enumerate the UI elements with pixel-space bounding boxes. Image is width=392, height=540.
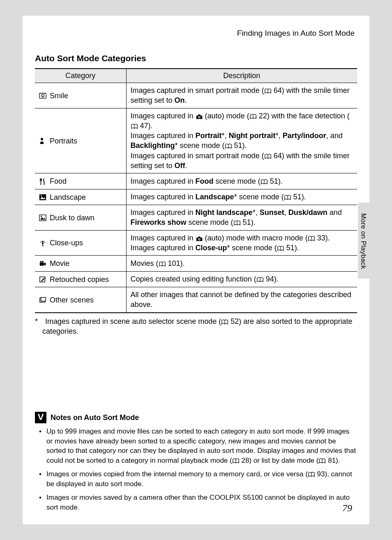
svg-point-1 [41, 94, 44, 97]
page-ref-icon [318, 458, 326, 464]
svg-rect-16 [39, 215, 46, 221]
camera-icon [196, 114, 203, 120]
svg-point-14 [41, 195, 42, 196]
page-ref-icon [277, 246, 284, 252]
page-ref-icon [284, 195, 291, 201]
retouch-icon [39, 276, 48, 283]
page-ref-icon [256, 277, 264, 283]
page-ref-icon [308, 472, 315, 478]
svg-point-2 [42, 95, 42, 95]
category-label: Dusk to dawn [50, 214, 95, 222]
table-row: Close-upsImages captured in (auto) mode … [35, 230, 357, 256]
description-cell: Images captured in (auto) mode ( 22) wit… [126, 108, 357, 173]
notes-title: Notes on Auto Sort Mode [51, 413, 139, 422]
svg-rect-30 [41, 298, 46, 301]
portrait-icon [39, 137, 48, 145]
section-title: Auto Sort Mode Categories [35, 53, 357, 63]
category-cell: Other scenes [35, 287, 126, 313]
description-cell: Images captured in Landscape* scene mode… [126, 189, 357, 205]
svg-point-7 [198, 116, 200, 118]
svg-point-5 [41, 138, 43, 141]
page-ref-icon [264, 154, 272, 159]
running-header: Finding Images in Auto Sort Mode [35, 29, 357, 38]
page-number: 79 [342, 503, 352, 514]
list-item: Images or movies saved by a camera other… [35, 493, 357, 512]
other-icon [39, 296, 48, 304]
page: Finding Images in Auto Sort Mode Auto So… [23, 16, 369, 524]
table-row: Other scenesAll other images that cannot… [35, 287, 357, 313]
description-cell: Images captured in Food scene mode ( 51)… [126, 173, 357, 189]
category-cell: Landscape [35, 189, 126, 205]
movie-icon [39, 260, 48, 268]
table-footnote: * Images captured in scene auto selector… [35, 316, 357, 337]
page-ref-icon [131, 124, 138, 129]
category-cell: Portraits [35, 108, 126, 173]
table-row: MovieMovies ( 101). [35, 256, 357, 271]
category-cell: Close-ups [35, 230, 126, 256]
page-ref-icon [308, 236, 315, 242]
svg-point-20 [198, 238, 200, 240]
closeup-icon [39, 240, 48, 247]
page-ref-icon [249, 114, 257, 120]
description-cell: All other images that cannot be defined … [126, 287, 357, 313]
categories-table: Category Description SmileImages capture… [35, 68, 357, 313]
page-ref-icon [264, 88, 272, 94]
svg-point-24 [40, 261, 42, 262]
landscape-icon [39, 194, 48, 201]
category-label: Retouched copies [50, 275, 109, 284]
page-ref-icon [261, 179, 268, 185]
category-cell: Movie [35, 256, 126, 271]
page-ref-icon [233, 220, 241, 226]
list-item: Up to 999 images and movie files can be … [35, 427, 357, 465]
category-label: Portraits [50, 137, 77, 145]
table-row: PortraitsImages captured in (auto) mode … [35, 108, 357, 173]
side-tab: More on Playback [358, 203, 369, 279]
table-row: FoodImages captured in Food scene mode (… [35, 173, 357, 189]
svg-rect-13 [39, 194, 46, 200]
table-row: LandscapeImages captured in Landscape* s… [35, 189, 357, 205]
page-ref-icon [221, 319, 228, 325]
smile-icon [39, 92, 48, 99]
category-label: Smile [50, 92, 68, 100]
svg-rect-23 [40, 262, 44, 265]
svg-point-25 [42, 261, 44, 262]
description-cell: Images captured in Night landscape*, Sun… [126, 205, 357, 231]
description-cell: Copies created using editing function ( … [126, 271, 357, 287]
category-label: Movie [50, 259, 69, 268]
page-ref-icon [225, 143, 232, 149]
category-label: Food [50, 177, 67, 185]
category-label: Landscape [50, 193, 86, 201]
page-ref-icon [232, 458, 240, 464]
svg-point-17 [41, 216, 42, 217]
col-category: Category [35, 69, 126, 83]
table-row: SmileImages captured in smart portrait m… [35, 83, 357, 108]
notes-block: V Notes on Auto Sort Mode Up to 999 imag… [35, 412, 357, 516]
category-label: Other scenes [50, 296, 94, 304]
description-cell: Movies ( 101). [126, 256, 357, 271]
col-description: Description [126, 69, 357, 83]
category-cell: Smile [35, 83, 126, 108]
notes-list: Up to 999 images and movie files can be … [35, 427, 357, 512]
description-cell: Images captured in (auto) mode with macr… [126, 230, 357, 256]
svg-rect-0 [39, 93, 46, 99]
category-label: Close-ups [50, 239, 83, 247]
list-item: Images or movies copied from the interna… [35, 469, 357, 489]
category-cell: Dusk to dawn [35, 205, 126, 231]
camera-icon [196, 236, 203, 242]
description-cell: Images captured in smart portrait mode (… [126, 83, 357, 108]
dusk-icon [39, 214, 48, 222]
page-ref-icon [159, 261, 166, 267]
category-cell: Food [35, 173, 126, 189]
food-icon [39, 178, 48, 185]
svg-point-3 [43, 95, 44, 95]
table-row: Retouched copiesCopies created using edi… [35, 271, 357, 287]
side-tab-label: More on Playback [360, 213, 367, 269]
notes-caution-icon: V [35, 412, 46, 423]
category-cell: Retouched copies [35, 271, 126, 287]
table-row: Dusk to dawnImages captured in Night lan… [35, 205, 357, 231]
